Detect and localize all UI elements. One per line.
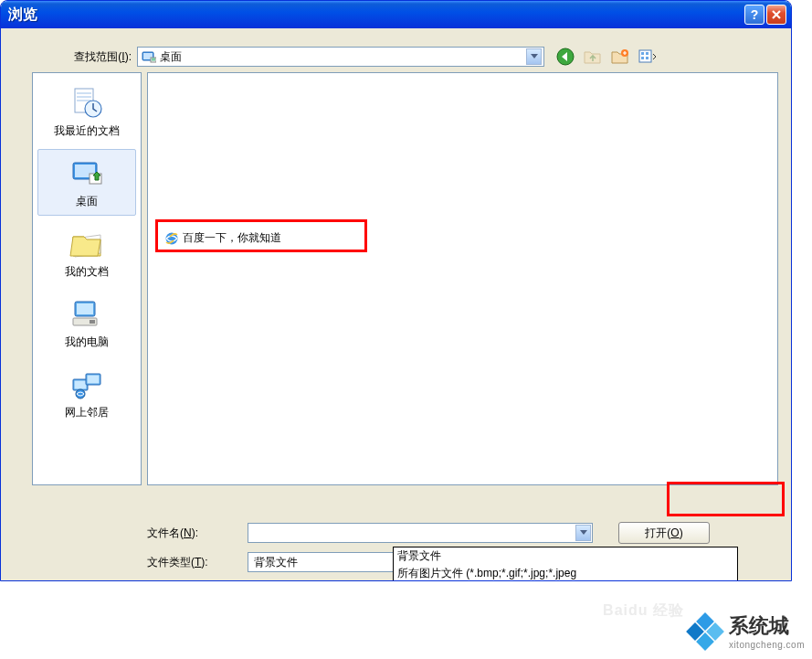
folder-up-icon	[584, 48, 602, 65]
desktop-icon	[142, 49, 156, 64]
places-recent[interactable]: 我最近的文档	[37, 79, 136, 145]
look-in-combo[interactable]: 桌面	[137, 47, 544, 67]
svg-rect-8	[641, 57, 644, 59]
baidu-watermark: Baidu 经验	[603, 601, 684, 621]
back-button[interactable]	[555, 47, 575, 67]
look-in-label: 查找范围(I):	[32, 49, 137, 65]
svg-rect-7	[646, 52, 649, 55]
filetype-option[interactable]: 所有图片文件 (*.bmp;*.gif;*.jpg;*.jpeg	[394, 565, 737, 581]
filename-dropdown-arrow[interactable]	[575, 525, 591, 541]
file-item-label: 百度一下，你就知道	[183, 230, 281, 246]
chevron-down-icon	[531, 54, 538, 59]
svg-rect-5	[639, 50, 651, 62]
file-list[interactable]: 百度一下，你就知道	[147, 72, 778, 485]
places-bar: 我最近的文档 桌面 我的文档 我的电脑 网上邻居	[32, 72, 142, 485]
file-item[interactable]: 百度一下，你就知道	[164, 230, 281, 246]
back-icon	[556, 48, 575, 66]
filename-row: 文件名(N): 打开(O)	[147, 522, 778, 544]
places-network[interactable]: 网上邻居	[37, 360, 136, 427]
view-menu-button[interactable]	[638, 47, 658, 67]
svg-rect-18	[90, 320, 95, 324]
mycomputer-icon	[69, 296, 104, 331]
svg-rect-6	[641, 52, 644, 55]
svg-rect-9	[646, 57, 649, 59]
look-in-dropdown-arrow[interactable]	[526, 48, 542, 65]
main-row: 我最近的文档 桌面 我的文档 我的电脑 网上邻居	[14, 72, 778, 485]
desktop-icon	[69, 155, 104, 190]
network-icon	[69, 367, 104, 401]
dialog-body: 查找范围(I): 桌面	[1, 28, 791, 580]
chevron-down-icon	[580, 530, 587, 536]
watermark-logo-icon	[689, 615, 722, 648]
ie-icon	[164, 231, 179, 246]
open-button[interactable]: 打开(O)	[618, 522, 710, 544]
svg-rect-20	[75, 381, 87, 389]
new-folder-icon	[611, 48, 629, 65]
look-in-value: 桌面	[160, 49, 182, 65]
new-folder-button[interactable]	[610, 47, 630, 67]
filetype-label: 文件类型(T):	[147, 555, 248, 570]
bottom-section: 文件名(N): 打开(O) 文件类型(T): 背景文件	[147, 522, 778, 580]
site-watermark: 系统城 xitongcheng.com	[689, 612, 805, 650]
recent-docs-icon	[69, 85, 104, 120]
toolbar	[555, 47, 658, 67]
look-in-row: 查找范围(I): 桌面	[32, 47, 778, 67]
filename-input[interactable]	[248, 523, 593, 543]
svg-rect-16	[77, 303, 93, 314]
view-icon	[638, 48, 657, 65]
close-button[interactable]	[766, 5, 786, 25]
up-one-level-button[interactable]	[583, 47, 603, 67]
filetype-dropdown-list[interactable]: 背景文件 所有图片文件 (*.bmp;*.gif;*.jpg;*.jpeg HT…	[393, 547, 738, 581]
close-icon	[771, 9, 782, 20]
filename-label: 文件名(N):	[147, 526, 248, 541]
watermark-title: 系统城	[729, 612, 789, 640]
places-mydocs[interactable]: 我的文档	[37, 219, 136, 286]
browse-dialog: 浏览 ? 查找范围(I): 桌面	[0, 0, 792, 581]
svg-rect-22	[88, 376, 100, 384]
titlebar[interactable]: 浏览 ?	[1, 1, 791, 28]
places-desktop[interactable]: 桌面	[37, 149, 136, 216]
places-mycomputer[interactable]: 我的电脑	[37, 290, 136, 356]
help-button[interactable]: ?	[744, 5, 765, 25]
window-title: 浏览	[8, 5, 743, 25]
watermark-url: xitongcheng.com	[729, 640, 805, 650]
highlight-open-button	[667, 482, 785, 516]
mydocs-icon	[69, 226, 104, 260]
filetype-option[interactable]: 背景文件	[394, 547, 737, 565]
